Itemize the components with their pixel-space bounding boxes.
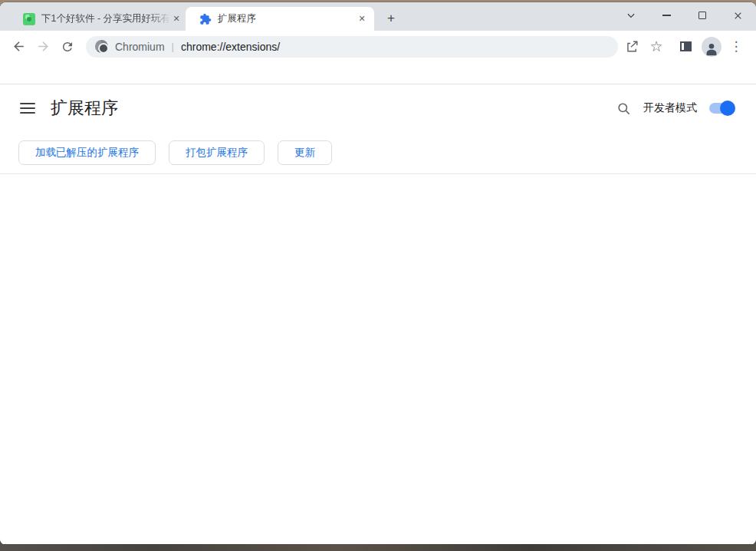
page-title: 扩展程序 — [51, 97, 118, 120]
tab-strip: 下1个好软件 - 分享实用好玩有趣 ✕ 扩展程序 ✕ + — [0, 2, 756, 31]
tab-close-icon[interactable]: ✕ — [170, 13, 182, 25]
toggle-knob — [720, 101, 735, 116]
site-label: Chromium — [115, 41, 165, 53]
tab-title: 扩展程序 — [218, 12, 356, 25]
new-tab-button[interactable]: + — [381, 8, 401, 28]
browser-window: 下1个好软件 - 分享实用好玩有趣 ✕ 扩展程序 ✕ + — [0, 2, 756, 545]
side-panel-icon[interactable] — [673, 35, 698, 59]
search-icon[interactable] — [610, 94, 637, 122]
forward-button[interactable] — [31, 35, 55, 59]
window-close-button[interactable] — [725, 4, 751, 27]
tab-title: 下1个好软件 - 分享实用好玩有趣 — [41, 12, 170, 25]
tab-close-icon[interactable]: ✕ — [356, 13, 368, 25]
address-bar[interactable]: Chromium | chrome://extensions/ — [86, 36, 618, 58]
desktop: 下1个好软件 - 分享实用好玩有趣 ✕ 扩展程序 ✕ + — [0, 0, 756, 551]
site-favicon-icon — [23, 13, 35, 25]
load-unpacked-button[interactable]: 加载已解压的扩展程序 — [18, 140, 156, 165]
extensions-actions: 加载已解压的扩展程序 打包扩展程序 更新 — [0, 132, 756, 167]
bookmarks-bar-empty — [0, 62, 756, 84]
profile-avatar[interactable] — [699, 35, 724, 59]
developer-mode-label: 开发者模式 — [643, 101, 697, 115]
browser-toolbar: Chromium | chrome://extensions/ ☆ — [0, 31, 756, 62]
header-right: 开发者模式 — [610, 94, 744, 122]
update-button[interactable]: 更新 — [278, 140, 332, 165]
developer-mode-toggle[interactable] — [709, 103, 734, 114]
chromium-logo-icon — [95, 40, 108, 53]
pack-extension-button[interactable]: 打包扩展程序 — [169, 140, 265, 165]
extensions-empty-area — [0, 174, 756, 543]
share-icon[interactable] — [620, 35, 644, 59]
tab-extensions[interactable]: 扩展程序 ✕ — [186, 7, 374, 31]
toolbar-actions: ☆ ⋮ — [620, 35, 748, 59]
bookmark-star-icon[interactable]: ☆ — [644, 35, 669, 59]
extensions-puzzle-icon — [199, 13, 212, 25]
window-maximize-button[interactable] — [689, 4, 715, 27]
avatar-icon — [702, 37, 721, 57]
menu-hamburger-icon[interactable] — [20, 103, 35, 114]
back-button[interactable] — [6, 35, 31, 59]
url-text: chrome://extensions/ — [181, 41, 280, 53]
menu-dots-icon[interactable]: ⋮ — [724, 35, 748, 59]
url-separator: | — [172, 41, 174, 52]
extensions-header: 扩展程序 开发者模式 — [0, 84, 756, 132]
tab-search-chevron-icon[interactable] — [618, 4, 644, 27]
extensions-page: 扩展程序 开发者模式 加载已解压的扩展程序 打包扩展程序 — [0, 84, 756, 545]
reload-button[interactable] — [55, 35, 80, 59]
desktop-bottom-strip — [0, 544, 756, 551]
tab-xia1ge[interactable]: 下1个好软件 - 分享实用好玩有趣 ✕ — [9, 7, 187, 31]
window-minimize-button[interactable] — [653, 4, 679, 27]
